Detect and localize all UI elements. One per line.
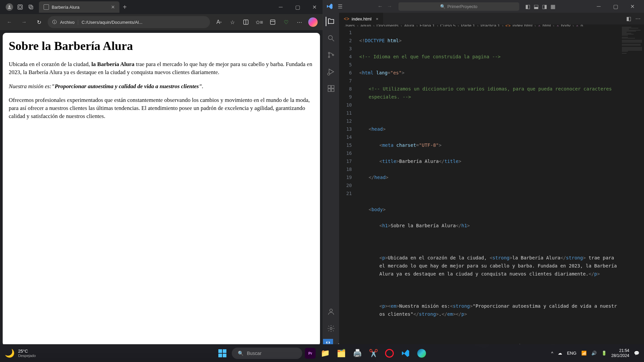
code-editor[interactable]: 123456789101112131415161718192021 <!DOCT… bbox=[339, 26, 644, 362]
browser-toolbar: ← → ↻ ⓘ Archivo C:/Users/aquin/Documents… bbox=[0, 14, 323, 30]
svg-point-9 bbox=[328, 36, 332, 40]
app-files[interactable]: 🗂️ bbox=[334, 347, 348, 360]
tray-chevron[interactable]: ^ bbox=[551, 351, 553, 356]
profile-icon bbox=[6, 3, 13, 11]
svg-point-11 bbox=[328, 52, 330, 54]
app-print[interactable]: 🖨️ bbox=[351, 347, 364, 360]
paragraph-1: Ubicada en el corazón de la ciudad, la B… bbox=[9, 60, 314, 76]
layout-panel-icon[interactable]: ◧ bbox=[525, 3, 530, 10]
language-indicator[interactable]: ENG bbox=[567, 351, 576, 356]
more-button[interactable]: ⋯ bbox=[293, 16, 306, 28]
app-vscode[interactable] bbox=[399, 347, 412, 360]
copilot-icon bbox=[308, 17, 318, 27]
run-debug-icon[interactable] bbox=[326, 67, 336, 76]
split-editor-icon[interactable]: ◧ bbox=[626, 15, 631, 22]
wifi-icon[interactable]: 📶 bbox=[581, 351, 587, 356]
address-path: C:/Users/aquin/Documents/Al... bbox=[82, 20, 142, 25]
minimap[interactable] bbox=[621, 26, 644, 362]
split-button[interactable] bbox=[239, 16, 252, 28]
tab-actions-button[interactable] bbox=[25, 2, 36, 12]
nav-arrows: ← → bbox=[378, 3, 392, 9]
search-icon: 🔍 bbox=[238, 351, 244, 356]
source-control-icon[interactable] bbox=[326, 50, 336, 60]
settings-icon[interactable] bbox=[326, 324, 336, 333]
html-file-icon: <> bbox=[344, 16, 349, 21]
accounts-icon[interactable] bbox=[326, 307, 336, 316]
svg-rect-17 bbox=[328, 89, 331, 92]
back-button[interactable]: ← bbox=[3, 16, 15, 28]
favorites-list-button[interactable]: ✩≡ bbox=[253, 16, 266, 28]
profile-button[interactable] bbox=[4, 2, 15, 12]
forward-button: → bbox=[18, 16, 30, 28]
toolbar-actions: A» ☆ ✩≡ ♡ ⋯ bbox=[213, 16, 319, 28]
windows-taskbar: 🌙 25°C Despejado 🔍Buscar Pr 📁 🗂️ 🖨️ ✂️ ^… bbox=[0, 344, 644, 362]
volume-icon[interactable]: 🔊 bbox=[591, 351, 597, 356]
tab-close-button[interactable]: × bbox=[111, 4, 115, 11]
extensions-icon[interactable] bbox=[326, 84, 336, 93]
window-controls: ─ ▢ ✕ bbox=[272, 0, 323, 14]
line-gutter: 123456789101112131415161718192021 bbox=[339, 26, 358, 362]
address-bar[interactable]: ⓘ Archivo C:/Users/aquin/Documents/Al... bbox=[48, 16, 210, 28]
command-center-text: PrimerProyecto bbox=[447, 4, 478, 9]
code-content[interactable]: <!DOCTYPE html> <!-- Idioma en el que fu… bbox=[358, 26, 644, 362]
svg-line-10 bbox=[332, 39, 334, 41]
browser-tab[interactable]: Barbería Alura × bbox=[39, 1, 119, 13]
collections-button[interactable] bbox=[266, 16, 279, 28]
info-icon[interactable]: ⓘ bbox=[52, 19, 57, 25]
page-content: Sobre la Barbería Alura Ubicada en el co… bbox=[3, 33, 320, 346]
vscode-body: <> index.html × ◧ ⋯ Jsers› aquin› Docume… bbox=[323, 13, 644, 338]
svg-point-21 bbox=[330, 327, 332, 329]
notifications-button[interactable]: 💬 bbox=[634, 351, 639, 356]
tab-close-icon[interactable]: × bbox=[376, 16, 379, 21]
svg-point-20 bbox=[330, 309, 332, 312]
start-button[interactable] bbox=[216, 347, 229, 360]
onedrive-icon[interactable]: ☁ bbox=[558, 351, 562, 356]
menu-button[interactable]: ☰ bbox=[338, 3, 342, 10]
minimize-button[interactable]: ─ bbox=[272, 0, 289, 14]
maximize-button[interactable]: ▢ bbox=[289, 0, 306, 14]
search-sidebar-icon[interactable] bbox=[326, 34, 336, 43]
performance-button[interactable]: ♡ bbox=[280, 16, 292, 28]
paragraph-3: Ofrecemos profesionales experimentados q… bbox=[9, 96, 314, 120]
taskbar-search[interactable]: 🔍Buscar bbox=[232, 348, 302, 359]
vsc-minimize-button[interactable]: ─ bbox=[590, 0, 607, 13]
layout-bottom-icon[interactable]: ⬓ bbox=[534, 3, 539, 10]
read-aloud-button[interactable]: A» bbox=[213, 16, 225, 28]
search-icon: 🔍 bbox=[440, 4, 445, 9]
editor-more-icon[interactable]: ⋯ bbox=[635, 15, 641, 22]
command-center[interactable]: 🔍 PrimerProyecto bbox=[398, 2, 519, 11]
battery-icon[interactable]: 🔋 bbox=[601, 351, 607, 356]
app-snip[interactable]: ✂️ bbox=[367, 347, 380, 360]
new-tab-button[interactable]: + bbox=[123, 3, 127, 11]
vscode-window: ☰ ← → 🔍 PrimerProyecto ◧ ⬓ ◨ ▦ ─ ▢ ✕ bbox=[323, 0, 644, 349]
editor-tab-index[interactable]: <> index.html × bbox=[339, 13, 383, 24]
vsc-close-button[interactable]: ✕ bbox=[624, 0, 641, 13]
browser-titlebar: Barbería Alura × + ─ ▢ ✕ bbox=[0, 0, 323, 14]
vscode-logo-icon bbox=[326, 3, 333, 10]
app-opera[interactable] bbox=[383, 347, 396, 360]
layout-grid-icon[interactable]: ▦ bbox=[550, 3, 555, 10]
page-icon bbox=[44, 4, 49, 10]
close-button[interactable]: ✕ bbox=[306, 0, 323, 14]
nav-back[interactable]: ← bbox=[378, 3, 383, 9]
vsc-maximize-button[interactable]: ▢ bbox=[607, 0, 624, 13]
nav-forward: → bbox=[387, 3, 392, 9]
favorite-button[interactable]: ☆ bbox=[226, 16, 239, 28]
app-edge[interactable] bbox=[415, 347, 428, 360]
svg-rect-19 bbox=[331, 85, 334, 88]
clock[interactable]: 21:54 28/1/2024 bbox=[611, 348, 629, 358]
explorer-icon[interactable] bbox=[326, 17, 336, 26]
app-explorer[interactable]: 📁 bbox=[318, 347, 332, 360]
taskbar-center: 🔍Buscar Pr 📁 🗂️ 🖨️ ✂️ bbox=[216, 347, 428, 360]
svg-point-15 bbox=[328, 73, 330, 75]
copilot-button[interactable] bbox=[307, 16, 319, 28]
editor-area: <> index.html × ◧ ⋯ Jsers› aquin› Docume… bbox=[339, 13, 644, 338]
refresh-button[interactable]: ↻ bbox=[33, 16, 45, 28]
workspaces-button[interactable] bbox=[15, 2, 25, 12]
app-premiere[interactable]: Pr bbox=[305, 348, 316, 359]
svg-rect-1 bbox=[18, 5, 22, 9]
weather-widget[interactable]: 🌙 25°C Despejado bbox=[5, 349, 36, 358]
svg-point-0 bbox=[9, 5, 10, 7]
vscode-titlebar: ☰ ← → 🔍 PrimerProyecto ◧ ⬓ ◨ ▦ ─ ▢ ✕ bbox=[323, 0, 644, 13]
layout-right-icon[interactable]: ◨ bbox=[542, 3, 547, 10]
